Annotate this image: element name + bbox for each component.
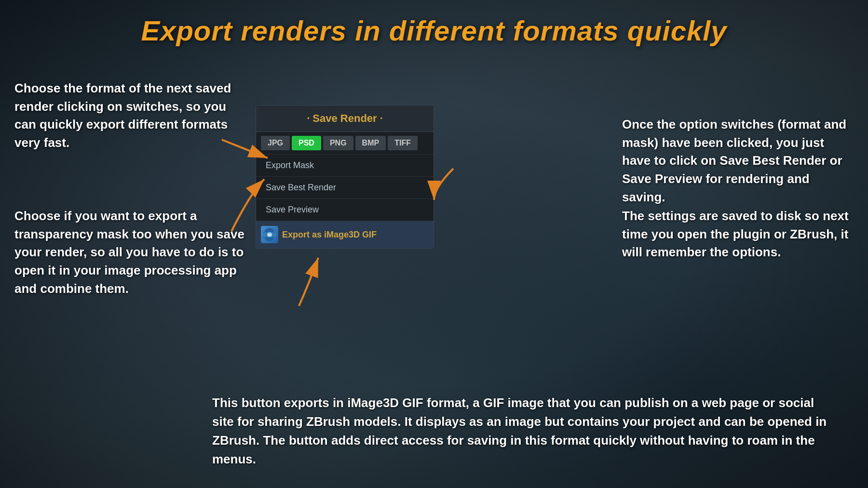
format-png-button[interactable]: PNG	[323, 136, 353, 150]
content: Export renders in different formats quic…	[0, 0, 868, 488]
panel-title: · Save Render ·	[256, 106, 434, 132]
annotation-bottom: This button exports in iMage3D GIF forma…	[212, 394, 829, 469]
export-mask-button[interactable]: Export Mask	[261, 155, 429, 176]
format-jpg-button[interactable]: JPG	[261, 136, 290, 150]
export-gif-label: Export as iMage3D GIF	[282, 230, 377, 240]
save-best-render-row: Save Best Render	[256, 177, 434, 199]
format-psd-button[interactable]: PSD	[292, 136, 321, 150]
save-preview-row: Save Preview	[256, 199, 434, 221]
annotation-bottom-left: Choose if you want to export a transpare…	[14, 207, 251, 298]
gif-icon: 3D	[261, 226, 278, 243]
export-mask-row: Export Mask	[256, 155, 434, 177]
save-preview-button[interactable]: Save Preview	[261, 199, 429, 221]
format-tiff-button[interactable]: TIFF	[388, 136, 418, 150]
format-row: JPG PSD PNG BMP TIFF	[256, 132, 434, 155]
save-render-panel: · Save Render · JPG PSD PNG BMP TIFF Exp…	[256, 105, 434, 249]
page-title: Export renders in different formats quic…	[0, 14, 868, 47]
annotation-top-right: Once the option switches (format and mas…	[622, 116, 854, 206]
format-bmp-button[interactable]: BMP	[355, 136, 386, 150]
export-gif-button[interactable]: 3D Export as iMage3D GIF	[256, 221, 434, 248]
annotation-bottom-right: The settings are saved to disk so next t…	[622, 207, 854, 262]
annotation-top-left: Choose the format of the next saved rend…	[14, 79, 251, 152]
svg-text:3D: 3D	[267, 233, 272, 237]
save-best-render-button[interactable]: Save Best Render	[261, 177, 429, 198]
